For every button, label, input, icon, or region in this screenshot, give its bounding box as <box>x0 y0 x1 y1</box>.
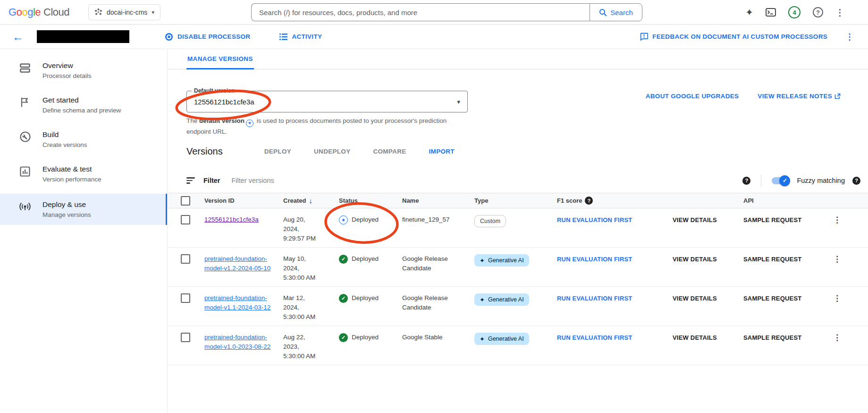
deploy-button[interactable]: DEPLOY <box>264 148 291 155</box>
col-f1-score: F1 score ? <box>557 197 673 205</box>
toggle-check-icon: ✓ <box>779 175 790 186</box>
fuzzy-matching-toggle[interactable]: ✓ <box>772 177 789 184</box>
created-value: May 10, 2024, 5:30:00 AM <box>283 254 321 283</box>
sample-request-link[interactable]: SAMPLE REQUEST <box>743 216 801 224</box>
search-button[interactable]: Search <box>590 3 642 21</box>
row-menu-icon[interactable]: ⋮ <box>833 294 841 303</box>
table-row: pretrained-foundation-model-v1.1-2024-03… <box>168 287 868 326</box>
tabs-row: MANAGE VERSIONS <box>168 49 868 69</box>
row-menu-icon[interactable]: ⋮ <box>833 333 841 342</box>
row-menu-icon[interactable]: ⋮ <box>833 255 841 264</box>
row-menu-icon[interactable]: ⋮ <box>833 215 841 224</box>
external-link-icon <box>834 93 841 99</box>
default-version-value: 12556121bc1cfe3a <box>194 98 254 106</box>
sidebar-item-deploy-use[interactable]: Deploy & use Manage versions <box>0 194 167 225</box>
fuzzy-help-icon[interactable]: ? <box>852 177 860 185</box>
run-evaluation-link[interactable]: RUN EVALUATION FIRST <box>557 295 632 302</box>
sample-request-link[interactable]: SAMPLE REQUEST <box>743 334 801 341</box>
google-cloud-logo[interactable]: Google Cloud <box>8 6 69 18</box>
view-details-link[interactable]: VIEW DETAILS <box>673 334 717 341</box>
back-arrow-icon[interactable]: ← <box>12 31 24 43</box>
type-chip-generative-ai: ✦ Generative AI <box>474 254 529 267</box>
sidebar-item-label: Overview <box>42 61 92 71</box>
fuzzy-matching-label: Fuzzy matching <box>797 177 845 184</box>
sidebar-item-evaluate-test[interactable]: Evaluate & test Version performance <box>0 159 167 188</box>
disable-processor-button[interactable]: DISABLE PROCESSOR <box>165 33 250 41</box>
more-options-icon[interactable]: ⋮ <box>835 7 844 18</box>
sample-request-link[interactable]: SAMPLE REQUEST <box>743 295 801 302</box>
col-created[interactable]: Created ↓ <box>283 197 339 205</box>
row-checkbox[interactable] <box>181 254 190 264</box>
col-status: Status <box>339 197 402 204</box>
main-content: MANAGE VERSIONS Default version 12556121… <box>168 49 868 413</box>
view-details-link[interactable]: VIEW DETAILS <box>673 295 717 302</box>
sidebar-item-overview[interactable]: Overview Processor details <box>0 56 167 85</box>
versions-toolbar: Versions DEPLOY UNDEPLOY COMPARE IMPORT <box>186 146 455 157</box>
default-version-star-icon: ★ <box>246 120 253 127</box>
compare-button[interactable]: COMPARE <box>373 148 406 155</box>
project-selector[interactable]: docai-inc-cms ▾ <box>88 4 160 20</box>
sort-descending-icon: ↓ <box>309 197 312 205</box>
sidebar-item-get-started[interactable]: Get started Define schema and preview <box>0 90 167 119</box>
sample-request-link[interactable]: SAMPLE REQUEST <box>743 256 801 263</box>
tab-manage-versions[interactable]: MANAGE VERSIONS <box>186 49 254 69</box>
version-id-link[interactable]: pretrained-foundation-model-v1.2-2024-05… <box>204 254 275 273</box>
default-version-label: Default version <box>192 87 237 94</box>
sidebar: Overview Processor details Get started D… <box>0 49 168 413</box>
col-f1-label: F1 score <box>557 197 582 204</box>
version-id-link[interactable]: pretrained-foundation-model-v1.1-2024-03… <box>204 293 275 312</box>
about-google-upgrades-link[interactable]: ABOUT GOOGLE UPGRADES <box>646 93 739 100</box>
global-search: Search <box>251 3 642 21</box>
row-checkbox[interactable] <box>181 215 190 224</box>
run-evaluation-link[interactable]: RUN EVALUATION FIRST <box>557 334 632 341</box>
view-details-link[interactable]: VIEW DETAILS <box>673 216 717 224</box>
f1-help-icon[interactable]: ? <box>585 197 593 205</box>
page-more-options-icon[interactable]: ⋮ <box>845 32 854 42</box>
status-cell: ✓ Deployed <box>339 293 402 303</box>
filter-input[interactable] <box>230 176 429 185</box>
logo-letter: o <box>22 6 27 18</box>
view-release-notes-link[interactable]: VIEW RELEASE NOTES <box>758 93 841 100</box>
sparkle-icon: ✦ <box>480 336 485 343</box>
type-chip-generative-ai: ✦ Generative AI <box>474 333 529 345</box>
check-circle-icon: ✓ <box>339 294 348 303</box>
run-evaluation-link[interactable]: RUN EVALUATION FIRST <box>557 216 632 224</box>
status-label: Deployed <box>352 333 379 342</box>
type-chip-label: Generative AI <box>488 257 524 264</box>
status-cell: ✓ Deployed <box>339 254 402 264</box>
row-checkbox[interactable] <box>181 293 190 303</box>
sidebar-item-sublabel: Version performance <box>42 176 101 183</box>
divider <box>761 174 761 187</box>
undeploy-button[interactable]: UNDEPLOY <box>314 148 350 155</box>
status-label: Deployed <box>352 254 379 264</box>
sparkle-icon: ✦ <box>480 296 485 303</box>
run-evaluation-link[interactable]: RUN EVALUATION FIRST <box>557 256 632 263</box>
overview-icon <box>19 62 31 74</box>
cloud-shell-icon[interactable] <box>766 8 776 17</box>
version-id-link[interactable]: pretrained-foundation-model-v1.0-2023-08… <box>204 333 275 352</box>
release-notes-label: VIEW RELEASE NOTES <box>758 93 832 100</box>
topbar-icons: ✦ 4 ? ⋮ <box>745 0 844 25</box>
logo-letter: g <box>27 6 33 18</box>
activity-button[interactable]: ACTIVITY <box>279 33 322 40</box>
project-grid-icon <box>94 8 102 16</box>
help-icon[interactable]: ? <box>813 7 823 17</box>
default-version-select[interactable]: Default version 12556121bc1cfe3a ▾ <box>186 91 468 112</box>
row-checkbox[interactable] <box>181 333 190 342</box>
flag-icon <box>19 96 31 109</box>
type-chip-custom: Custom <box>474 215 506 227</box>
version-name: finetune_129_57 <box>402 215 450 224</box>
search-input[interactable] <box>251 3 590 21</box>
select-all-checkbox[interactable] <box>181 196 190 206</box>
logo-letter: G <box>8 6 17 18</box>
version-id-link[interactable]: 12556121bc1cfe3a <box>204 215 259 224</box>
dropdown-arrow-icon: ▾ <box>457 98 460 105</box>
feedback-button[interactable]: FEEDBACK ON DOCUMENT AI CUSTOM PROCESSOR… <box>640 33 827 41</box>
sidebar-item-build[interactable]: Build Create versions <box>0 125 167 154</box>
gemini-sparkle-icon[interactable]: ✦ <box>745 7 753 18</box>
sparkle-icon: ✦ <box>480 257 485 264</box>
view-details-link[interactable]: VIEW DETAILS <box>673 256 717 263</box>
import-button[interactable]: IMPORT <box>429 148 455 155</box>
notifications-badge[interactable]: 4 <box>788 6 801 18</box>
filter-help-icon[interactable]: ? <box>742 177 750 185</box>
